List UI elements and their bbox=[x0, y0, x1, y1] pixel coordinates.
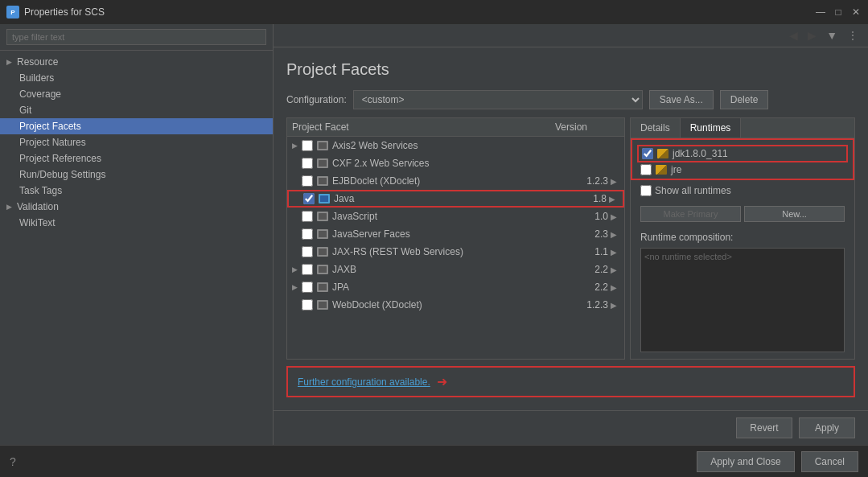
config-select[interactable]: <custom> bbox=[353, 90, 643, 109]
make-primary-button[interactable]: Make Primary bbox=[640, 206, 741, 222]
new-runtime-button[interactable]: New... bbox=[744, 206, 845, 222]
further-config-link[interactable]: Further configuration available. bbox=[298, 376, 430, 388]
facet-col-version: Version bbox=[555, 121, 619, 133]
show-all-label[interactable]: Show all runtimes bbox=[655, 185, 731, 196]
sidebar-item-run-debug[interactable]: Run/Debug Settings bbox=[0, 167, 273, 183]
app-icon: P bbox=[6, 6, 19, 19]
sidebar-filter-area bbox=[0, 24, 273, 51]
facets-table: ▶Axis2 Web ServicesCXF 2.x Web ServicesE… bbox=[287, 137, 624, 359]
table-row[interactable]: WebDoclet (XDoclet)1.2.3▶ bbox=[287, 296, 624, 314]
facet-checkbox[interactable] bbox=[302, 211, 313, 222]
very-bottom-bar: ? Apply and Close Cancel bbox=[0, 445, 868, 477]
facet-checkbox[interactable] bbox=[302, 282, 313, 293]
facet-config-arrow-icon: ▶ bbox=[608, 212, 619, 221]
svg-rect-13 bbox=[319, 231, 327, 237]
svg-rect-9 bbox=[320, 195, 328, 202]
facet-checkbox[interactable] bbox=[302, 175, 313, 187]
table-row[interactable]: JAX-RS (REST Web Services)1.1▶ bbox=[287, 243, 624, 261]
facet-version-label: 1.2.3 bbox=[568, 299, 608, 310]
facet-version-label: 2.2 bbox=[568, 264, 608, 275]
nav-dropdown-button[interactable]: ▼ bbox=[823, 27, 841, 43]
facet-config-arrow-icon: ▶ bbox=[607, 195, 618, 204]
table-row[interactable]: CXF 2.x Web Services bbox=[287, 154, 624, 172]
sidebar-item-task-tags[interactable]: Task Tags bbox=[0, 183, 273, 199]
runtime-checkbox[interactable] bbox=[640, 164, 652, 175]
sidebar-item-project-natures[interactable]: Project Natures bbox=[0, 134, 273, 150]
revert-button[interactable]: Revert bbox=[736, 417, 792, 438]
filter-input[interactable] bbox=[6, 29, 266, 45]
nav-forward-button[interactable]: ▶ bbox=[804, 27, 820, 43]
table-row[interactable]: ▶JAXB2.2▶ bbox=[287, 261, 624, 278]
facet-checkbox[interactable] bbox=[302, 140, 313, 151]
show-all-checkbox[interactable] bbox=[640, 185, 652, 196]
table-row[interactable]: JavaServer Faces2.3▶ bbox=[287, 225, 624, 243]
nav-back-button[interactable]: ◀ bbox=[786, 27, 801, 43]
main-container: ▶ResourceBuildersCoverageGitProject Face… bbox=[0, 24, 868, 445]
facet-checkbox[interactable] bbox=[302, 299, 313, 310]
title-bar: P Properties for SCS — □ ✕ bbox=[0, 0, 868, 24]
facet-checkbox[interactable] bbox=[302, 264, 313, 275]
facet-type-icon bbox=[316, 140, 329, 151]
cancel-button[interactable]: Cancel bbox=[801, 451, 858, 472]
facet-version-label: 1.0 bbox=[568, 211, 608, 222]
facet-checkbox[interactable] bbox=[302, 158, 313, 169]
tab-runtimes[interactable]: Runtimes bbox=[681, 118, 742, 138]
facet-name-label: EJBDoclet (XDoclet) bbox=[332, 175, 568, 187]
delete-button[interactable]: Delete bbox=[720, 90, 769, 109]
facet-type-icon bbox=[316, 246, 329, 257]
apply-and-close-button[interactable]: Apply and Close bbox=[697, 451, 794, 472]
sidebar-item-builders[interactable]: Builders bbox=[0, 70, 273, 86]
window-controls[interactable]: — □ ✕ bbox=[815, 6, 862, 18]
nav-menu-button[interactable]: ⋮ bbox=[844, 27, 862, 43]
sidebar-item-resource[interactable]: ▶Resource bbox=[0, 54, 273, 70]
facet-version-label: 1.2.3 bbox=[568, 175, 608, 187]
runtime-checkbox[interactable] bbox=[642, 148, 653, 159]
facet-type-icon bbox=[316, 264, 329, 275]
content-area: ◀ ▶ ▼ ⋮ Project Facets Configuration: <c… bbox=[274, 24, 868, 445]
save-as-button[interactable]: Save As... bbox=[649, 90, 714, 109]
facets-header: Project Facet Version bbox=[287, 118, 624, 137]
expand-arrow-icon: ▶ bbox=[6, 58, 12, 66]
details-content: jdk1.8.0_311jre Show all runtimes Make P… bbox=[631, 138, 854, 359]
dialog-content: Project Facets Configuration: <custom> S… bbox=[274, 47, 868, 410]
sidebar-item-coverage[interactable]: Coverage bbox=[0, 86, 273, 102]
nav-arrows: ◀ ▶ ▼ ⋮ bbox=[274, 24, 868, 47]
config-label: Configuration: bbox=[286, 94, 347, 105]
svg-rect-11 bbox=[319, 213, 327, 220]
sidebar-item-label: Project Natures bbox=[19, 137, 86, 148]
table-row[interactable]: EJBDoclet (XDoclet)1.2.3▶ bbox=[287, 172, 624, 190]
facet-version-label: 2.2 bbox=[568, 282, 608, 293]
facet-checkbox[interactable] bbox=[302, 228, 313, 240]
expand-icon: ▶ bbox=[292, 265, 302, 273]
facet-config-arrow-icon: ▶ bbox=[608, 265, 619, 274]
runtime-name-label: jdk1.8.0_311 bbox=[673, 148, 843, 159]
table-row[interactable]: Java1.8▶ bbox=[287, 190, 624, 208]
apply-button[interactable]: Apply bbox=[799, 417, 855, 438]
facet-checkbox[interactable] bbox=[302, 246, 313, 257]
facet-name-label: Axis2 Web Services bbox=[332, 140, 568, 151]
minimize-button[interactable]: — bbox=[815, 6, 826, 18]
maximize-button[interactable]: □ bbox=[833, 6, 844, 18]
sidebar-item-wikitext[interactable]: WikiText bbox=[0, 215, 273, 231]
facet-name-label: JAX-RS (REST Web Services) bbox=[332, 246, 568, 257]
sidebar-item-label: Coverage bbox=[19, 88, 61, 100]
runtime-item: jre bbox=[637, 162, 848, 177]
table-row[interactable]: JavaScript1.0▶ bbox=[287, 208, 624, 225]
svg-rect-15 bbox=[319, 249, 327, 255]
facet-name-label: JPA bbox=[332, 282, 568, 293]
show-all-runtimes-row: Show all runtimes bbox=[637, 180, 848, 199]
help-icon[interactable]: ? bbox=[10, 455, 16, 468]
table-row[interactable]: ▶JPA2.2▶ bbox=[287, 278, 624, 296]
facet-checkbox[interactable] bbox=[303, 193, 315, 204]
close-button[interactable]: ✕ bbox=[850, 6, 862, 18]
facet-type-icon bbox=[316, 282, 329, 293]
facet-name-label: JavaServer Faces bbox=[332, 228, 568, 240]
svg-rect-17 bbox=[319, 266, 327, 273]
table-row[interactable]: ▶Axis2 Web Services bbox=[287, 137, 624, 154]
sidebar-item-git[interactable]: Git bbox=[0, 102, 273, 118]
tab-details[interactable]: Details bbox=[631, 118, 681, 138]
facet-config-arrow-icon: ▶ bbox=[608, 230, 619, 239]
sidebar-item-validation[interactable]: ▶Validation bbox=[0, 199, 273, 215]
sidebar-item-project-facets[interactable]: Project Facets bbox=[0, 118, 273, 134]
sidebar-item-project-references[interactable]: Project References bbox=[0, 150, 273, 167]
